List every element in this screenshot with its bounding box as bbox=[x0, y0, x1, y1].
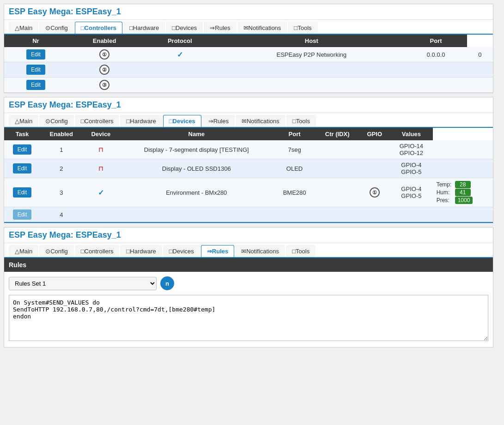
enabled-cell bbox=[83, 207, 120, 223]
ctr-cell bbox=[359, 159, 390, 178]
values-cell bbox=[433, 140, 493, 159]
tab-controllers-2[interactable]: □Controllers bbox=[75, 115, 120, 127]
tab-hardware-3[interactable]: □Hardware bbox=[120, 245, 162, 257]
values-row-hum: Hum: 41 bbox=[437, 189, 489, 196]
devices-table: Task Enabled Device Name Port Ctr (IDX) … bbox=[4, 128, 493, 223]
nr-badge: ① bbox=[99, 49, 109, 60]
host-cell: 0.0.0.0 bbox=[405, 47, 467, 62]
tab-main-3[interactable]: △Main bbox=[9, 245, 38, 257]
edit-button[interactable]: Edit bbox=[26, 80, 45, 90]
port-cell bbox=[316, 140, 359, 159]
tab-devices-2[interactable]: □Devices bbox=[163, 115, 201, 127]
devices-title: ESP Easy Mega: ESPEasy_1 bbox=[4, 97, 493, 113]
edit-button[interactable]: Edit bbox=[13, 144, 32, 155]
temp-value: 28 bbox=[455, 181, 471, 188]
rules-section-title: Rules bbox=[9, 261, 26, 269]
rules-nav: △Main ⊙Config □Controllers □Hardware □De… bbox=[4, 243, 493, 258]
gpio-cell: GPIO-4GPIO-5 bbox=[390, 178, 433, 207]
tab-config-1[interactable]: ⊙Config bbox=[39, 22, 74, 34]
rules-set-select[interactable]: Rules Set 1 bbox=[9, 277, 157, 290]
col-enabled: Enabled bbox=[40, 128, 83, 140]
table-row: Edit ① ✓ ESPEasy P2P Networking 0.0.0.0 … bbox=[4, 47, 493, 62]
tab-rules-1[interactable]: ⇒Rules bbox=[204, 22, 236, 34]
rules-action-button[interactable]: n bbox=[160, 276, 174, 290]
table-row: Edit 1 ⊓ Display - 7-segment display [TE… bbox=[4, 140, 493, 159]
edit-cell: Edit bbox=[4, 78, 67, 93]
rules-select-row: Rules Set 1 n bbox=[9, 276, 488, 290]
tab-rules-2[interactable]: ⇒Rules bbox=[202, 115, 235, 127]
edit-button[interactable]: Edit bbox=[13, 210, 32, 220]
col-enabled: Enabled bbox=[67, 35, 142, 47]
tab-rules-3[interactable]: ⇒Rules bbox=[201, 245, 234, 257]
edit-cell: Edit bbox=[4, 207, 40, 223]
col-name: Name bbox=[119, 128, 273, 140]
protocol-cell bbox=[218, 78, 405, 93]
rules-btn-icon: n bbox=[165, 280, 169, 287]
tab-tools-2[interactable]: □Tools bbox=[286, 115, 316, 127]
nr-badge: ② bbox=[99, 65, 109, 75]
col-ctr: Ctr (IDX) bbox=[316, 128, 359, 140]
name-cell: 7seg bbox=[273, 140, 316, 159]
task-cell: 1 bbox=[40, 140, 83, 159]
tab-devices-1[interactable]: □Devices bbox=[166, 22, 203, 34]
rules-code-textarea[interactable]: On System#SEND_VALUES do SendToHTTP 192.… bbox=[9, 295, 488, 341]
tab-config-2[interactable]: ⊙Config bbox=[39, 115, 74, 127]
tab-config-3[interactable]: ⊙Config bbox=[39, 245, 74, 257]
table-row: Edit 3 ✓ Environment - BMx280 BME280 ① G… bbox=[4, 178, 493, 207]
host-cell bbox=[405, 78, 467, 93]
values-cell bbox=[433, 159, 493, 178]
tab-notifications-1[interactable]: ✉Notifications bbox=[237, 22, 287, 34]
rules-section-header: Rules bbox=[4, 258, 493, 272]
gpio-cell bbox=[390, 207, 433, 223]
enabled-cross: ⊓ bbox=[98, 146, 103, 153]
enabled-check: ✓ bbox=[98, 189, 104, 197]
task-cell: 2 bbox=[40, 159, 83, 178]
tab-hardware-2[interactable]: □Hardware bbox=[120, 115, 162, 127]
controllers-nav: △Main ⊙Config □Controllers □Hardware □De… bbox=[4, 20, 493, 35]
edit-cell: Edit bbox=[4, 62, 67, 78]
temp-label: Temp: bbox=[437, 181, 453, 188]
tab-controllers-1[interactable]: □Controllers bbox=[75, 22, 122, 34]
port-cell bbox=[467, 62, 493, 78]
edit-cell: Edit bbox=[4, 140, 40, 159]
table-row: Edit ② bbox=[4, 62, 493, 78]
values-row-temp: Temp: 28 bbox=[437, 181, 489, 188]
edit-button[interactable]: Edit bbox=[26, 49, 45, 60]
device-cell: Display - 7-segment display [TESTING] bbox=[119, 140, 273, 159]
tab-devices-3[interactable]: □Devices bbox=[163, 245, 200, 257]
host-cell bbox=[405, 62, 467, 78]
col-values: Values bbox=[390, 128, 433, 140]
col-protocol: Protocol bbox=[141, 35, 218, 47]
tab-main-1[interactable]: △Main bbox=[9, 22, 38, 34]
col-gpio: GPIO bbox=[359, 128, 390, 140]
enabled-cell bbox=[141, 62, 218, 78]
protocol-cell: ESPEasy P2P Networking bbox=[218, 47, 405, 62]
pres-value: 1000 bbox=[455, 197, 473, 204]
edit-button[interactable]: Edit bbox=[26, 65, 45, 75]
tab-controllers-3[interactable]: □Controllers bbox=[75, 245, 120, 257]
tab-main-2[interactable]: △Main bbox=[9, 115, 38, 127]
enabled-cell: ✓ bbox=[141, 47, 218, 62]
edit-cell: Edit bbox=[4, 47, 67, 62]
rules-title: ESP Easy Mega: ESPEasy_1 bbox=[4, 227, 493, 243]
ctr-badge: ① bbox=[370, 187, 380, 198]
protocol-cell bbox=[218, 62, 405, 78]
edit-button[interactable]: Edit bbox=[13, 187, 32, 198]
enabled-cell: ⊓ bbox=[83, 140, 120, 159]
tab-tools-1[interactable]: □Tools bbox=[288, 22, 317, 34]
port-cell bbox=[316, 159, 359, 178]
nr-cell: ① bbox=[67, 47, 142, 62]
tab-notifications-2[interactable]: ✉Notifications bbox=[236, 115, 285, 127]
port-cell bbox=[467, 78, 493, 93]
device-cell bbox=[119, 207, 273, 223]
tab-tools-3[interactable]: □Tools bbox=[286, 245, 316, 257]
devices-nav: △Main ⊙Config □Controllers □Hardware □De… bbox=[4, 113, 493, 128]
device-cell: Environment - BMx280 bbox=[119, 178, 273, 207]
tab-notifications-3[interactable]: ✉Notifications bbox=[235, 245, 285, 257]
edit-button[interactable]: Edit bbox=[13, 163, 32, 174]
tab-hardware-1[interactable]: □Hardware bbox=[123, 22, 165, 34]
rules-panel: ESP Easy Mega: ESPEasy_1 △Main ⊙Config □… bbox=[4, 227, 493, 347]
pres-label: Pres: bbox=[437, 197, 453, 204]
col-host: Host bbox=[218, 35, 405, 47]
enabled-check: ✓ bbox=[177, 51, 183, 59]
